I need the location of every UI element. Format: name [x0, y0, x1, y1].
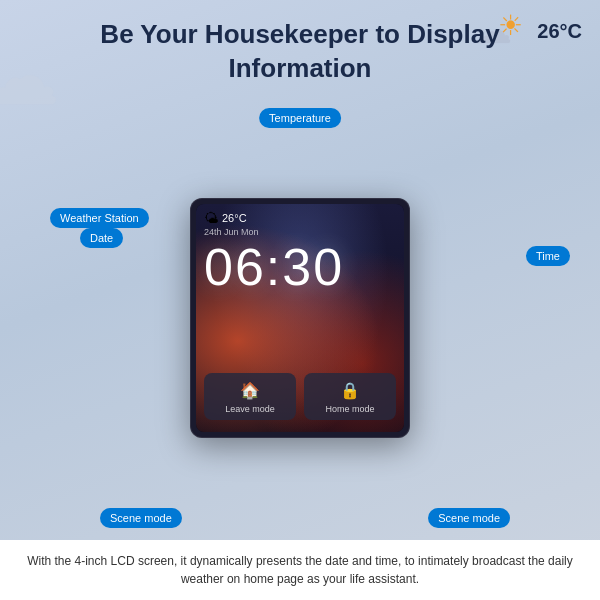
lock-icon: 🔒 — [340, 381, 360, 400]
footer-text: With the 4-inch LCD screen, it dynamical… — [20, 552, 580, 588]
label-date: Date — [80, 228, 123, 248]
label-weather-station: Weather Station — [50, 208, 149, 228]
screen-temp: 26°C — [222, 212, 247, 224]
screen-time: 06:30 — [204, 241, 396, 293]
weather-row: 🌤 26°C — [204, 210, 396, 226]
leave-mode-label: Leave mode — [225, 404, 275, 414]
device-area: Temperature 🌤 26°C 24th Jun Mon 06:30 — [90, 96, 510, 540]
home-outline-icon: 🏠 — [240, 381, 260, 400]
label-time: Time — [526, 246, 570, 266]
label-scene-mode-2: Scene mode — [428, 508, 510, 528]
footer: With the 4-inch LCD screen, it dynamical… — [0, 540, 600, 600]
page: ☁ Be Your Housekeeper to Display Informa… — [0, 0, 600, 600]
label-temperature: Temperature — [259, 108, 341, 128]
screen-date: 24th Jun Mon — [204, 227, 396, 237]
header: Be Your Housekeeper to Display Informati… — [0, 0, 600, 96]
device-screen: 🌤 26°C 24th Jun Mon 06:30 🏠 Leave mode — [196, 204, 404, 432]
home-mode-button[interactable]: 🔒 Home mode — [304, 373, 396, 420]
leave-mode-button[interactable]: 🏠 Leave mode — [204, 373, 296, 420]
screen-content: 🌤 26°C 24th Jun Mon 06:30 🏠 Leave mode — [196, 204, 404, 432]
page-title: Be Your Housekeeper to Display Informati… — [40, 18, 560, 86]
device-frame: 🌤 26°C 24th Jun Mon 06:30 🏠 Leave mode — [190, 198, 410, 438]
label-scene-mode-1: Scene mode — [100, 508, 182, 528]
modes-row: 🏠 Leave mode 🔒 Home mode — [204, 373, 396, 426]
home-mode-label: Home mode — [325, 404, 374, 414]
weather-icon: 🌤 — [204, 210, 218, 226]
